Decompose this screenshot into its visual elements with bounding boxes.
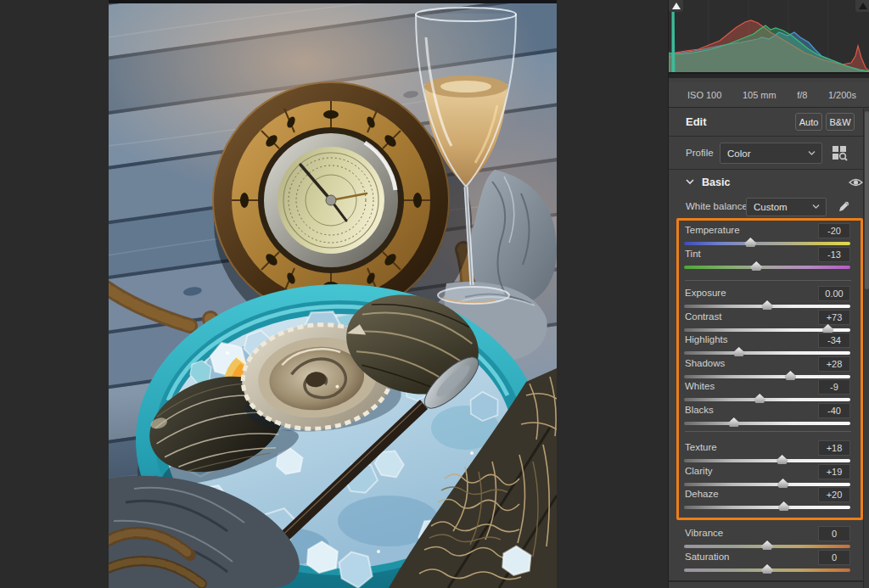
shadow-clipping-indicator[interactable] xyxy=(669,0,683,12)
app-window: ISO 100 105 mm f/8 1/200s Edit Auto B&W … xyxy=(0,0,869,588)
slider-value-field[interactable]: 0.00 xyxy=(818,286,850,301)
slider-track[interactable] xyxy=(684,483,850,486)
slider-track[interactable] xyxy=(684,459,850,462)
basic-sliders: Temperature-20Tint-13Exposure0.00Contras… xyxy=(669,0,869,588)
slider-value-field[interactable]: -9 xyxy=(818,379,850,395)
divider xyxy=(669,580,869,582)
slider-track[interactable] xyxy=(684,242,850,245)
slider-value-field[interactable]: 0 xyxy=(818,526,850,541)
slider-handle[interactable] xyxy=(784,371,796,380)
slider-track[interactable] xyxy=(684,506,850,509)
slider-track[interactable] xyxy=(684,375,850,378)
scrollbar-thumb[interactable] xyxy=(865,111,869,289)
slider-row-tint: Tint-13 xyxy=(684,249,852,274)
slider-label: Dehaze xyxy=(685,489,719,499)
divider xyxy=(685,280,851,281)
slider-value-field[interactable]: +28 xyxy=(818,356,850,372)
slider-label: Whites xyxy=(685,381,715,391)
divider xyxy=(685,431,851,432)
slider-handle[interactable] xyxy=(776,455,788,464)
slider-value-field[interactable]: +20 xyxy=(818,487,850,502)
slider-track[interactable] xyxy=(684,422,850,425)
slider-handle[interactable] xyxy=(750,261,762,271)
slider-handle[interactable] xyxy=(744,238,756,247)
slider-handle[interactable] xyxy=(754,394,765,403)
slider-handle[interactable] xyxy=(733,347,745,356)
slider-handle[interactable] xyxy=(761,540,773,550)
slider-row-saturation: Saturation0 xyxy=(684,552,852,577)
panel-scrollbar[interactable] xyxy=(863,109,869,588)
slider-value-field[interactable]: -34 xyxy=(818,333,850,348)
slider-value-field[interactable]: -20 xyxy=(818,223,850,238)
slider-label: Blacks xyxy=(685,405,714,415)
slider-handle[interactable] xyxy=(777,479,789,488)
slider-value-field[interactable]: 0 xyxy=(818,550,850,565)
slider-label: Saturation xyxy=(685,552,729,562)
slider-handle[interactable] xyxy=(761,564,773,574)
slider-row-blacks: Blacks-40 xyxy=(684,405,852,430)
photo-image xyxy=(109,3,557,588)
slider-label: Vibrance xyxy=(685,528,723,538)
slider-label: Shadows xyxy=(685,358,725,368)
slider-track[interactable] xyxy=(684,266,850,269)
slider-value-field[interactable]: -13 xyxy=(818,247,850,262)
slider-track[interactable] xyxy=(684,398,850,401)
slider-row-dehaze: Dehaze+20 xyxy=(684,489,852,514)
slider-label: Highlights xyxy=(685,334,728,344)
slider-value-field[interactable]: +73 xyxy=(818,310,850,325)
slider-value-field[interactable]: +18 xyxy=(818,440,850,456)
slider-handle[interactable] xyxy=(778,501,790,511)
highlight-clipping-triangle-icon xyxy=(859,3,867,9)
slider-label: Temperature xyxy=(685,225,740,235)
slider-label: Clarity xyxy=(685,466,713,476)
highlight-clipping-indicator[interactable] xyxy=(855,0,869,12)
slider-label: Texture xyxy=(685,442,717,452)
slider-handle[interactable] xyxy=(761,300,773,310)
photo-canvas[interactable] xyxy=(109,0,557,588)
slider-handle[interactable] xyxy=(728,417,740,427)
slider-value-field[interactable]: +19 xyxy=(818,464,850,479)
edit-panel: ISO 100 105 mm f/8 1/200s Edit Auto B&W … xyxy=(668,0,869,588)
slider-label: Tint xyxy=(685,249,701,259)
slider-value-field[interactable]: -40 xyxy=(818,403,850,418)
shadow-clipping-triangle-icon xyxy=(672,3,681,9)
slider-label: Exposure xyxy=(685,288,726,298)
slider-label: Contrast xyxy=(685,311,721,322)
slider-track[interactable] xyxy=(684,351,850,355)
